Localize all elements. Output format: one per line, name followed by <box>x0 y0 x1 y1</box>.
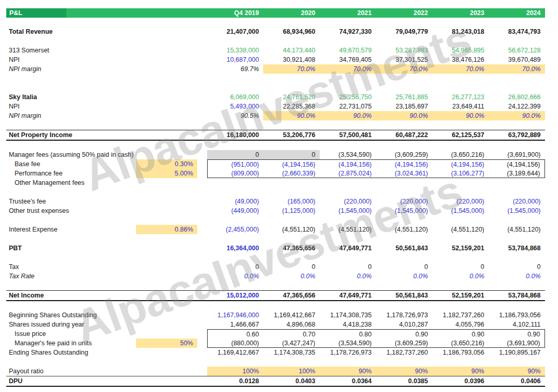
table-cell: 62,125,537 <box>432 130 489 140</box>
table-cell[interactable]: 100% <box>207 367 263 376</box>
table-cell: 22,731,075 <box>320 102 376 111</box>
table-cell: 56,672,128 <box>488 46 545 55</box>
table-cell: (2,875,024) <box>320 169 376 178</box>
table-cell[interactable]: 100% <box>263 367 320 376</box>
table-cell: (4,194,156) <box>488 159 545 169</box>
table-row-other-management-fees: Other Management fees <box>6 178 545 187</box>
column-header-2023: 2023 <box>432 8 489 18</box>
table-cell: 74,927,330 <box>320 27 376 36</box>
table-cell: 0.90 <box>488 329 545 339</box>
table-cell[interactable]: 90% <box>432 367 489 376</box>
row-label: Interest Expense <box>6 225 136 234</box>
table-row-tax-rate: Tax Rate 0.0% 0.0% 0.0% 0.0% 0.0% 0.0% <box>6 272 545 281</box>
assumption-cell-performance-fee[interactable]: 5.00% <box>136 169 197 178</box>
table-cell: 38,476,126 <box>432 55 489 64</box>
row-label: Beginning Shares Outstanding <box>6 310 136 320</box>
table-cell: (3,534,590) <box>320 339 376 348</box>
table-cell: 81,243,018 <box>432 27 489 36</box>
table-row-beginning-shares: Beginning Shares Outstanding 1,167,946,0… <box>6 310 545 320</box>
table-row-interest-expense: Interest Expense 0.86% (2,455,000) (4,55… <box>6 225 545 234</box>
table-cell: (3,609,259) <box>376 150 432 159</box>
row-label: Payout ratio <box>6 367 136 376</box>
table-row-313-somerset: 313 Somerset 15,338,000 44,173,440 49,67… <box>6 46 545 55</box>
table-cell: 30,921,408 <box>263 55 320 64</box>
table-cell[interactable]: 90% <box>320 367 376 376</box>
table-cell: (220,000) <box>432 197 489 206</box>
pnl-table: P&L Q4 2019 2020 2021 2022 2023 2024 Tot… <box>6 8 545 387</box>
table-cell[interactable]: 70.0% <box>263 64 320 74</box>
table-cell[interactable]: 70.0% <box>376 64 432 74</box>
table-cell: 90.5% <box>207 111 263 120</box>
table-cell: (4,194,156) <box>263 159 320 169</box>
table-row-dpu: DPU 0.0128 0.0403 0.0364 0.0385 0.0396 0… <box>6 376 545 387</box>
table-cell: 25,256,750 <box>320 92 376 102</box>
row-label: PBT <box>6 244 136 253</box>
table-cell: 0.0% <box>263 272 320 281</box>
table-cell: 47,365,656 <box>263 291 320 300</box>
row-label: NPI <box>6 102 136 111</box>
table-cell: 0.0364 <box>320 376 376 386</box>
table-cell[interactable]: 70.0% <box>488 64 545 74</box>
table-cell: 5,493,000 <box>207 102 263 111</box>
row-label: Tax <box>6 262 136 272</box>
table-cell: (2,660,339) <box>263 169 320 178</box>
assumption-cell-base-fee[interactable]: 0.30% <box>136 159 197 169</box>
table-row-other-trust-expenses: Other trust expenses (449,000) (1,125,00… <box>6 206 545 215</box>
table-cell: 47,649,771 <box>320 244 376 253</box>
table-cell: 53,206,776 <box>263 130 320 140</box>
row-label: Shares issued during year <box>6 320 136 329</box>
table-cell[interactable]: 90.0% <box>263 111 320 120</box>
column-header-2020: 2020 <box>263 8 320 18</box>
table-cell: 49,670,579 <box>320 46 376 55</box>
row-label: NPI margin <box>6 64 136 74</box>
table-cell: (3,650,216) <box>432 339 489 348</box>
table-cell[interactable]: 70.0% <box>432 64 489 74</box>
row-label: Performance fee <box>6 169 136 178</box>
table-cell: 1,178,726,973 <box>376 310 432 320</box>
table-cell: (3,427,247) <box>263 339 320 348</box>
table-row-issue-price: Issue price 0.60 0.70 0.80 0.90 0.90 0.9… <box>6 329 545 339</box>
column-header-2024: 2024 <box>488 8 545 18</box>
table-cell: 57,500,481 <box>320 130 376 140</box>
table-cell: 0 <box>263 262 320 272</box>
table-cell: 21,407,000 <box>207 27 263 36</box>
table-cell: 1,178,726,973 <box>320 348 376 357</box>
row-label: Ending Shares Outstanding <box>6 348 136 357</box>
table-row-somerset-npi: NPI 10,687,000 30,921,408 34,769,405 37,… <box>6 55 545 64</box>
table-row-ending-shares: Ending Shares Outstanding 1,169,412,667 … <box>6 348 545 357</box>
table-cell: 15,338,000 <box>207 46 263 55</box>
table-cell: 1,182,737,260 <box>376 348 432 357</box>
column-header-q4-2019: Q4 2019 <box>207 8 263 18</box>
row-label: Manager fees (assuming 50% paid in cash) <box>6 150 136 159</box>
table-cell: (220,000) <box>320 197 376 206</box>
table-cell[interactable]: 90.0% <box>488 111 545 120</box>
table-cell: 83,474,793 <box>488 27 545 36</box>
table-cell: 0.0% <box>376 272 432 281</box>
column-header-2022: 2022 <box>376 8 432 18</box>
table-cell: 1,466,667 <box>207 320 263 329</box>
table-cell[interactable]: 90.0% <box>376 111 432 120</box>
table-cell: 50,561,843 <box>376 244 432 253</box>
table-cell[interactable]: 90% <box>376 367 432 376</box>
table-cell: 34,769,405 <box>320 55 376 64</box>
table-cell[interactable]: 90% <box>488 367 545 376</box>
table-cell: (4,551,120) <box>320 225 376 234</box>
assumption-cell-fee-paid-in-units[interactable]: 50% <box>136 339 197 348</box>
row-label: Base fee <box>6 159 136 169</box>
table-cell[interactable]: 90.0% <box>432 111 489 120</box>
table-cell: 16,364,000 <box>207 244 263 253</box>
assumption-cell-interest-rate[interactable]: 0.86% <box>136 225 197 234</box>
table-cell: (449,000) <box>207 206 263 215</box>
table-cell: 16,180,000 <box>207 130 263 140</box>
table-cell: 0 <box>320 262 376 272</box>
row-label: NPI <box>6 55 136 64</box>
table-cell: 47,365,656 <box>263 244 320 253</box>
table-cell: 52,159,201 <box>432 244 489 253</box>
table-cell: (4,551,120) <box>263 225 320 234</box>
table-cell: (3,691,900) <box>488 150 545 159</box>
row-label: Total Revenue <box>6 27 136 36</box>
table-cell[interactable]: 90.0% <box>320 111 376 120</box>
table-cell: (880,000) <box>207 339 263 348</box>
table-cell[interactable]: 70.0% <box>320 64 376 74</box>
table-row-performance-fee: Performance fee 5.00% (809,000) (2,660,3… <box>6 169 545 178</box>
